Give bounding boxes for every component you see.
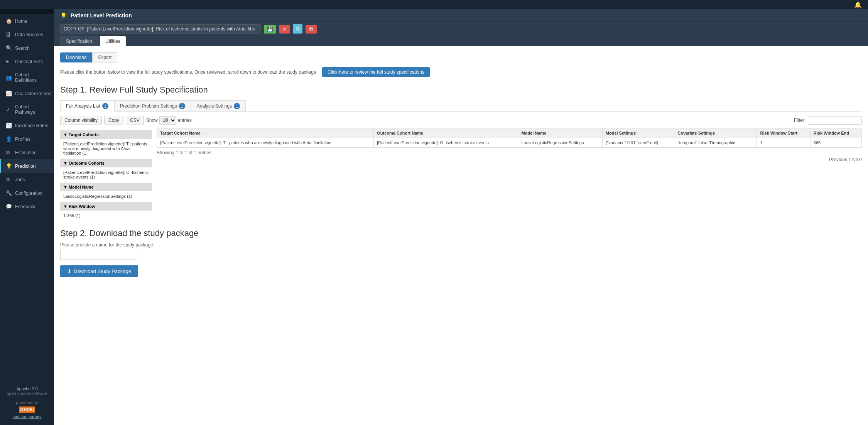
table-cell: [PatientLevelPrediction vignette]: T : p… [157, 138, 374, 148]
csv-button[interactable]: CSV [126, 116, 144, 125]
sidebar-icon-search: 🔍 [6, 45, 12, 51]
review-specs-button[interactable]: Click here to review the full study spec… [322, 67, 430, 77]
sidebar-item-profiles[interactable]: 👤Profiles [0, 132, 54, 146]
filter-item: [PatientLevelPrediction vignette]: O: Is… [60, 169, 152, 180]
package-name-label: Please provide a name for the study pack… [60, 242, 862, 248]
sidebar-label-profiles: Profiles [15, 137, 30, 142]
column-visibility-button[interactable]: Column visibility [60, 116, 102, 125]
tab-utilities[interactable]: Utilities [100, 36, 126, 46]
main-split: ▼ Target Cohorts[PatientLevelPrediction … [60, 128, 862, 219]
package-name-input[interactable] [60, 250, 137, 260]
table-header-cell[interactable]: Covariate Settings [674, 128, 757, 138]
prediction-header-icon: 💡 [60, 12, 67, 19]
sidebar-item-cohort-definitions[interactable]: 👥Cohort Definitions [0, 68, 54, 87]
sidebar-label-cohort-pathways: Cohort Pathways [15, 104, 49, 115]
sub-tabs: Download Export [60, 52, 862, 62]
sidebar-footer: Apache 2.0 open source software provided… [0, 380, 54, 425]
sidebar-item-estimation[interactable]: ⚖Estimation [0, 146, 54, 159]
filter-section-target-cohorts[interactable]: ▼ Target Cohorts [60, 130, 152, 139]
entries-select[interactable]: 10 25 50 [159, 116, 176, 125]
sidebar-label-characterizations: Characterizations [15, 91, 51, 96]
sidebar-item-incidence-rates[interactable]: 📉Incidence Rates [0, 119, 54, 132]
filter-item: LassoLogisticRegressionSettings (1) [60, 193, 152, 200]
filter-section-outcome-cohorts[interactable]: ▼ Outcome Cohorts [60, 159, 152, 167]
table-header-cell[interactable]: Risk Window End [810, 128, 861, 138]
table-header-cell[interactable]: Model Settings [602, 128, 674, 138]
showing-text: Showing 1 to 1 of 1 entries [157, 150, 862, 155]
sidebar-item-home[interactable]: 🏠Home [0, 14, 54, 28]
ohdsi-logo-box: OHDSI [19, 406, 35, 413]
filter-section-model-name[interactable]: ▼ Model Name [60, 183, 152, 191]
sidebar-item-feedback[interactable]: 💬Feedback [0, 200, 54, 213]
analysis-settings-badge: 1 [234, 103, 240, 109]
sidebar-label-jobs: Jobs [15, 177, 25, 182]
sidebar-item-configuration[interactable]: 🔧Configuration [0, 186, 54, 200]
sidebar-label-concept-sets: Concept Sets [15, 59, 43, 64]
delete-button[interactable]: 🗑 [306, 25, 317, 34]
provided-by-label: provided by [16, 400, 38, 405]
sidebar-icon-cohort-pathways: ↗ [6, 107, 12, 113]
ohdsi-logo: OHDSI [6, 406, 48, 413]
tab-prediction-problem-settings[interactable]: Prediction Problem Settings 1 [114, 100, 191, 111]
filter-input[interactable] [808, 116, 862, 125]
apache-license-link[interactable]: Apache 2.0 [16, 386, 38, 391]
sidebar-icon-jobs: ⚙ [6, 177, 12, 182]
sidebar-icon-characterizations: 📈 [6, 91, 12, 96]
tab-specification[interactable]: Specification [60, 36, 98, 46]
study-name-input[interactable] [60, 24, 261, 34]
filter-section-risk-window[interactable]: ▼ Risk Window [60, 202, 152, 211]
step2-title: Step 2. Download the study package [60, 228, 862, 238]
download-study-package-button[interactable]: ⬇ Download Study Package [60, 265, 138, 277]
sidebar-icon-incidence-rates: 📉 [6, 123, 12, 128]
copy-button[interactable]: ⧉ [293, 24, 302, 34]
full-analysis-list-label: Full Analysis List [66, 103, 100, 109]
sidebar-item-jobs[interactable]: ⚙Jobs [0, 173, 54, 186]
info-row: Please click the button below to view th… [60, 67, 862, 77]
filter-item: 1-365 (1) [60, 212, 152, 219]
table-cell: LassoLogisticRegressionSettings [518, 138, 602, 148]
sidebar-label-prediction: Prediction [15, 164, 35, 169]
sidebar-label-incidence-rates: Incidence Rates [15, 123, 48, 128]
copy-table-button[interactable]: Copy [104, 116, 123, 125]
sidebar-icon-configuration: 🔧 [6, 190, 12, 196]
sidebar-label-feedback: Feedback [15, 204, 35, 209]
tab-analysis-settings[interactable]: Analysis Settings 1 [191, 100, 246, 111]
table-header-cell[interactable]: Risk Window Start [757, 128, 810, 138]
sidebar-icon-home: 🏠 [6, 18, 12, 24]
topbar: 🔔 [0, 0, 868, 9]
cancel-button[interactable]: ✕ [279, 25, 290, 34]
table-controls: Column visibility Copy CSV Show 10 25 50… [60, 116, 862, 125]
tab-full-analysis-list[interactable]: Full Analysis List 1 [60, 100, 114, 112]
table-row: [PatientLevelPrediction vignette]: T : p… [157, 138, 862, 148]
sidebar-icon-estimation: ⚖ [6, 150, 12, 155]
sidebar-item-characterizations[interactable]: 📈Characterizations [0, 87, 54, 100]
name-bar: 💾 ✕ ⧉ 🗑 [54, 22, 868, 36]
sidebar: ATLAS 🏠Home🗄Data Sources🔍Search≡Concept … [0, 0, 54, 425]
save-button[interactable]: 💾 [264, 25, 276, 34]
join-journey-link[interactable]: join the journey [13, 414, 42, 419]
main-content: 💡 Patient Level Prediction 💾 ✕ ⧉ 🗑 Speci… [54, 9, 868, 425]
filter-item: [PatientLevelPrediction vignette]: T : p… [60, 140, 152, 157]
table-header-cell[interactable]: Model Name [518, 128, 602, 138]
sidebar-icon-prediction: 💡 [6, 163, 12, 169]
sidebar-icon-concept-sets: ≡ [6, 59, 12, 64]
sub-tab-export[interactable]: Export [92, 52, 117, 62]
entries-label: entries [178, 118, 192, 123]
show-label: Show [146, 118, 158, 123]
sidebar-item-search[interactable]: 🔍Search [0, 41, 54, 55]
bell-icon[interactable]: 🔔 [854, 1, 862, 8]
sidebar-item-data-sources[interactable]: 🗄Data Sources [0, 28, 54, 41]
table-panel: Target Cohort NameOutcome Cohort NameMod… [157, 128, 862, 219]
sidebar-item-prediction[interactable]: 💡Prediction [0, 159, 54, 173]
sub-tab-download[interactable]: Download [60, 52, 92, 62]
analysis-table: Target Cohort NameOutcome Cohort NameMod… [157, 128, 862, 148]
show-entries-control: Show 10 25 50 entries [146, 116, 192, 125]
sidebar-icon-profiles: 👤 [6, 136, 12, 142]
sidebar-item-concept-sets[interactable]: ≡Concept Sets [0, 55, 54, 68]
table-header-cell[interactable]: Outcome Cohort Name [374, 128, 518, 138]
sidebar-item-cohort-pathways[interactable]: ↗Cohort Pathways [0, 100, 54, 119]
table-cell: 1 [757, 138, 810, 148]
table-cell: {"variance":0.01,"seed":null} [602, 138, 674, 148]
table-header-cell[interactable]: Target Cohort Name [157, 128, 374, 138]
filter-label: Filter: [794, 118, 806, 123]
